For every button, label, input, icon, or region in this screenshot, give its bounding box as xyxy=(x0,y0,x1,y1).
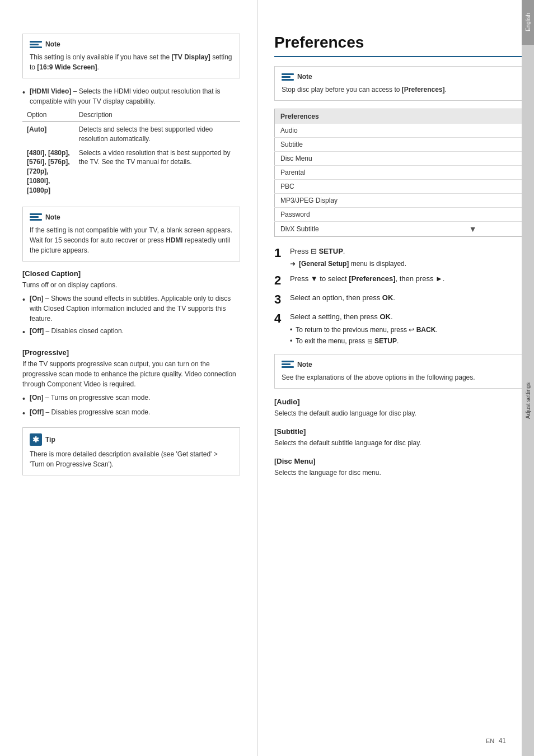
bullet-dot-2: • xyxy=(290,336,292,346)
hdmi-text: [HDMI Video] – Selects the HDMI video ou… xyxy=(30,86,240,106)
prefs-pbc-arrow xyxy=(423,180,522,194)
tip-icon: ✱ xyxy=(30,433,42,446)
note-label-2: Note xyxy=(45,213,60,221)
prefs-row-subtitle: Subtitle xyxy=(275,138,523,152)
bullet-symbol: • xyxy=(22,408,25,419)
tip-text: There is more detailed description avail… xyxy=(30,449,233,469)
note-text-1: This setting is only available if you ha… xyxy=(30,52,233,72)
desc-resolutions: Selects a video resolution that is best … xyxy=(74,146,240,198)
prefs-password-label: Password xyxy=(275,208,424,222)
prefs-mp3jpeg-arrow xyxy=(423,194,522,208)
prefs-row-parental: Parental xyxy=(275,166,523,180)
bullet-dot-1: • xyxy=(290,325,292,335)
right-note-icon-2 xyxy=(282,360,294,369)
progressive-heading: [Progressive] xyxy=(22,348,240,357)
prefs-divx-arrow: ▼ xyxy=(423,222,522,237)
prefs-pbc-label: PBC xyxy=(275,180,424,194)
prefs-mp3jpeg-label: MP3/JPEG Display xyxy=(275,194,424,208)
right-note-icon-lines-1 xyxy=(282,73,294,81)
step-content-2: Press ▼ to select [Preferences], then pr… xyxy=(290,273,523,284)
bullet-symbol: • xyxy=(22,87,25,106)
step-num-3: 3 xyxy=(274,292,290,307)
prefs-audio-label: Audio xyxy=(275,124,424,138)
step-3: 3 Select an option, then press OK. xyxy=(274,292,523,307)
desc-auto: Detects and selects the best supported v… xyxy=(74,122,240,146)
closed-caption-off: • [Off] – Disables closed caption. xyxy=(22,326,240,338)
discmenu-heading: [Disc Menu] xyxy=(274,457,523,465)
preferences-table: Preferences Audio Subtitle Disc Menu Par… xyxy=(274,109,523,237)
right-note-label-2: Note xyxy=(297,361,312,368)
page-en-label: EN xyxy=(486,738,494,744)
prefs-row-password: Password xyxy=(275,208,523,222)
tip-header: ✱ Tip xyxy=(30,433,233,446)
prefs-discmenu-arrow xyxy=(423,152,522,166)
step1-sub-text: [General Setup] menu is displayed. xyxy=(299,259,406,269)
left-column: Note This setting is only available if y… xyxy=(0,0,257,756)
table-row: [Auto] Detects and selects the best supp… xyxy=(22,122,240,146)
setup-icon-1: ⊟ xyxy=(311,247,317,255)
bullet-symbol: • xyxy=(22,294,25,324)
page-number: EN 41 xyxy=(486,737,506,745)
closed-caption-on: • [On] – Shows the sound effects in subt… xyxy=(22,293,240,324)
page-title: Preferences xyxy=(274,34,523,57)
note-icon-2 xyxy=(30,213,42,222)
right-note-header-2: Note xyxy=(282,360,516,369)
option-resolutions: [480i], [480p],[576i], [576p],[720p],[10… xyxy=(22,146,74,198)
step-num-2: 2 xyxy=(274,273,290,288)
right-note-box-2: Note See the explanations of the above o… xyxy=(274,354,523,389)
right-note-text-2: See the explanations of the above option… xyxy=(282,372,516,382)
right-note-icon-lines-2 xyxy=(282,361,294,368)
right-note-box-1: Note Stop disc play before you can acces… xyxy=(274,66,523,101)
step-num-1: 1 xyxy=(274,246,290,260)
prefs-audio-arrow xyxy=(423,124,522,138)
tip-box: ✱ Tip There is more detailed description… xyxy=(22,427,240,475)
prefs-subtitle-label: Subtitle xyxy=(275,138,424,152)
right-note-header-1: Note xyxy=(282,72,516,81)
progressive-on: • [On] – Turns on progressive scan mode. xyxy=(22,393,240,405)
prog-on-text: [On] – Turns on progressive scan mode. xyxy=(30,393,150,405)
arrow-right-icon: ➜ xyxy=(290,259,296,269)
prefs-row-discmenu: Disc Menu xyxy=(275,152,523,166)
col-description: Description xyxy=(74,109,240,122)
right-note-text-1: Stop disc play before you can access to … xyxy=(282,85,516,95)
progressive-intro: If the TV supports progressive scan outp… xyxy=(22,359,240,389)
prefs-password-arrow xyxy=(423,208,522,222)
prog-off-text: [Off] – Disables progressive scan mode. xyxy=(30,407,150,419)
closed-caption-intro: Turns off or on display captions. xyxy=(22,280,240,290)
page-num: 41 xyxy=(499,737,506,745)
prefs-parental-arrow xyxy=(423,166,522,180)
prefs-subtitle-arrow xyxy=(423,138,522,152)
step4-sub1-text: To return to the previous menu, press ↩ … xyxy=(296,325,437,335)
step-content-1: Press ⊟ SETUP. ➜ [General Setup] menu is… xyxy=(290,246,523,269)
step-content-4: Select a setting, then press OK. • To re… xyxy=(290,311,523,346)
side-tab-adjust: Adjust settings xyxy=(522,45,534,756)
note-icon-lines-1 xyxy=(30,41,42,48)
note-icon-1 xyxy=(30,40,42,49)
discmenu-text: Selects the language for disc menu. xyxy=(274,468,523,478)
right-column: Preferences Note Stop disc play before y… xyxy=(257,0,534,756)
note-box-2: Note If the setting is not compatible wi… xyxy=(22,207,240,262)
step-4: 4 Select a setting, then press OK. • To … xyxy=(274,311,523,346)
side-tab-english: English xyxy=(522,0,534,45)
prefs-table-header: Preferences xyxy=(275,109,523,124)
note-box-1: Note This setting is only available if y… xyxy=(22,34,240,78)
hdmi-bullet: • [HDMI Video] – Selects the HDMI video … xyxy=(22,86,240,106)
options-table: Option Description [Auto] Detects and se… xyxy=(22,109,240,198)
prefs-parental-label: Parental xyxy=(275,166,424,180)
step-1: 1 Press ⊟ SETUP. ➜ [General Setup] menu … xyxy=(274,246,523,269)
side-tab-container: English Adjust settings xyxy=(522,0,534,756)
step4-sub2: • To exit the menu, press ⊟ SETUP. xyxy=(290,336,523,346)
tip-label: Tip xyxy=(45,436,55,444)
closed-caption-heading: [Closed Caption] xyxy=(22,269,240,278)
step1-sub: ➜ [General Setup] menu is displayed. xyxy=(290,259,523,269)
prefs-discmenu-label: Disc Menu xyxy=(275,152,424,166)
subtitle-heading: [Subtitle] xyxy=(274,427,523,436)
step-content-3: Select an option, then press OK. xyxy=(290,292,523,304)
step4-sub1: • To return to the previous menu, press … xyxy=(290,325,523,335)
table-row: [480i], [480p],[576i], [576p],[720p],[10… xyxy=(22,146,240,198)
on-text: [On] – Shows the sound effects in subtit… xyxy=(30,293,240,324)
right-note-icon-1 xyxy=(282,72,294,81)
right-note-label-1: Note xyxy=(297,73,312,81)
audio-heading: [Audio] xyxy=(274,398,523,406)
audio-text: Selects the default audio language for d… xyxy=(274,408,523,418)
